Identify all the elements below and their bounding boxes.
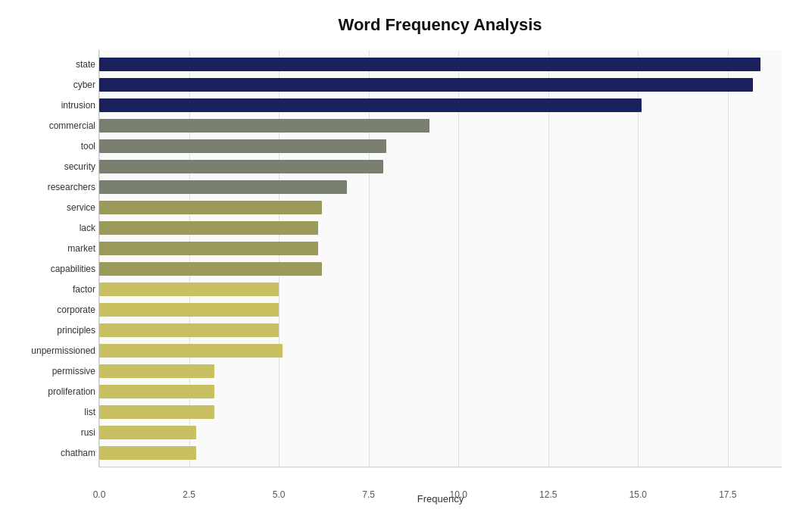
bar-label: cyber	[5, 80, 95, 90]
bar-row: factor	[99, 281, 782, 298]
bar-row: proliferation	[99, 383, 782, 400]
bar-security	[99, 160, 383, 173]
bar-cyber	[99, 78, 753, 92]
bar-label: principles	[5, 325, 95, 336]
bar-row: security	[99, 158, 782, 175]
bar-row: commercial	[99, 117, 782, 134]
chart-title: Word Frequency Analysis	[98, 15, 782, 35]
bar-row: market	[99, 240, 782, 257]
bar-row: list	[99, 404, 782, 420]
bar-commercial	[99, 119, 429, 133]
bar-label: factor	[5, 284, 95, 295]
bar-row: researchers	[99, 179, 782, 195]
bar-label: list	[5, 407, 95, 417]
bar-row: capabilities	[99, 261, 782, 277]
bar-label: rusi	[5, 427, 95, 438]
bar-row: chatham	[99, 445, 782, 461]
bar-row: state	[99, 56, 782, 73]
bar-label: lack	[5, 223, 95, 233]
bar-row: service	[99, 199, 782, 216]
bar-row: rusi	[99, 424, 782, 441]
bar-intrusion	[99, 98, 642, 112]
bar-unpermissioned	[99, 344, 283, 358]
bar-label: chatham	[5, 448, 95, 458]
chart-area: statecyberintrusioncommercialtoolsecurit…	[98, 50, 782, 467]
bar-factor	[99, 283, 279, 296]
bars-wrapper: statecyberintrusioncommercialtoolsecurit…	[99, 50, 782, 467]
bar-label: intrusion	[5, 100, 95, 111]
bar-label: researchers	[5, 182, 95, 192]
bar-row: permissive	[99, 363, 782, 380]
bar-label: permissive	[5, 366, 95, 376]
bar-row: intrusion	[99, 97, 782, 114]
bar-rusi	[99, 426, 196, 439]
bar-permissive	[99, 364, 214, 378]
bar-row: principles	[99, 322, 782, 339]
bar-chatham	[99, 446, 196, 460]
chart-container: Word Frequency Analysis statecyberintrus…	[0, 0, 812, 531]
bar-row: lack	[99, 220, 782, 236]
bar-researchers	[99, 180, 347, 194]
bar-label: unpermissioned	[5, 345, 95, 356]
bar-state	[99, 58, 760, 71]
bar-label: market	[5, 243, 95, 254]
bar-tool	[99, 139, 386, 153]
bar-capabilities	[99, 262, 322, 276]
bar-lack	[99, 221, 318, 235]
bar-list	[99, 405, 214, 419]
bar-service	[99, 201, 322, 214]
bar-label: commercial	[5, 120, 95, 131]
bar-row: tool	[99, 138, 782, 155]
bar-label: tool	[5, 141, 95, 151]
bar-corporate	[99, 303, 279, 317]
bar-row: corporate	[99, 301, 782, 318]
bar-label: corporate	[5, 305, 95, 315]
bar-label: state	[5, 59, 95, 70]
bar-row: unpermissioned	[99, 342, 782, 359]
bar-row: cyber	[99, 77, 782, 93]
bar-label: proliferation	[5, 386, 95, 397]
bar-label: service	[5, 202, 95, 213]
bar-principles	[99, 323, 279, 337]
bar-label: security	[5, 161, 95, 172]
x-axis-title: Frequency	[99, 493, 782, 504]
bar-market	[99, 242, 318, 255]
bar-label: capabilities	[5, 264, 95, 274]
bar-proliferation	[99, 385, 214, 398]
